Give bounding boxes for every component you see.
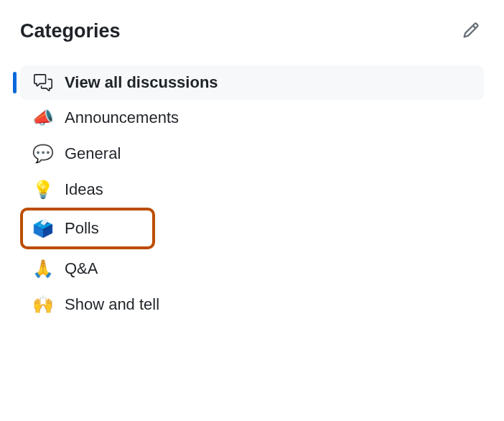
categories-header: Categories [20, 17, 484, 45]
pray-icon: 🙏 [33, 259, 53, 279]
ballot-box-icon: 🗳️ [33, 218, 53, 239]
category-item-general[interactable]: 💬 General [20, 136, 484, 172]
section-title: Categories [20, 20, 121, 42]
category-item-announcements[interactable]: 📣 Announcements [20, 100, 484, 136]
active-indicator [13, 72, 17, 93]
category-list: View all discussions 📣 Announcements 💬 G… [20, 65, 484, 323]
discussion-icon [33, 73, 53, 92]
raised-hands-icon: 🙌 [33, 295, 53, 315]
category-label: Announcements [65, 108, 179, 127]
pencil-icon [462, 22, 480, 41]
category-label: General [65, 144, 121, 163]
category-item-polls[interactable]: 🗳️ Polls [23, 210, 152, 246]
category-item-ideas[interactable]: 💡 Ideas [20, 172, 484, 208]
category-label: Q&A [65, 259, 98, 278]
polls-highlight-box: 🗳️ Polls [20, 208, 155, 249]
speech-bubble-icon: 💬 [33, 144, 53, 164]
megaphone-icon: 📣 [33, 108, 53, 128]
lightbulb-icon: 💡 [33, 180, 53, 200]
category-label: Show and tell [65, 295, 159, 314]
category-item-show-and-tell[interactable]: 🙌 Show and tell [20, 287, 484, 323]
category-label: Polls [65, 219, 99, 238]
category-item-view-all[interactable]: View all discussions [20, 65, 484, 100]
category-item-qa[interactable]: 🙏 Q&A [20, 251, 484, 287]
category-label: View all discussions [65, 73, 218, 92]
category-label: Ideas [65, 180, 103, 199]
edit-categories-button[interactable] [458, 17, 484, 45]
